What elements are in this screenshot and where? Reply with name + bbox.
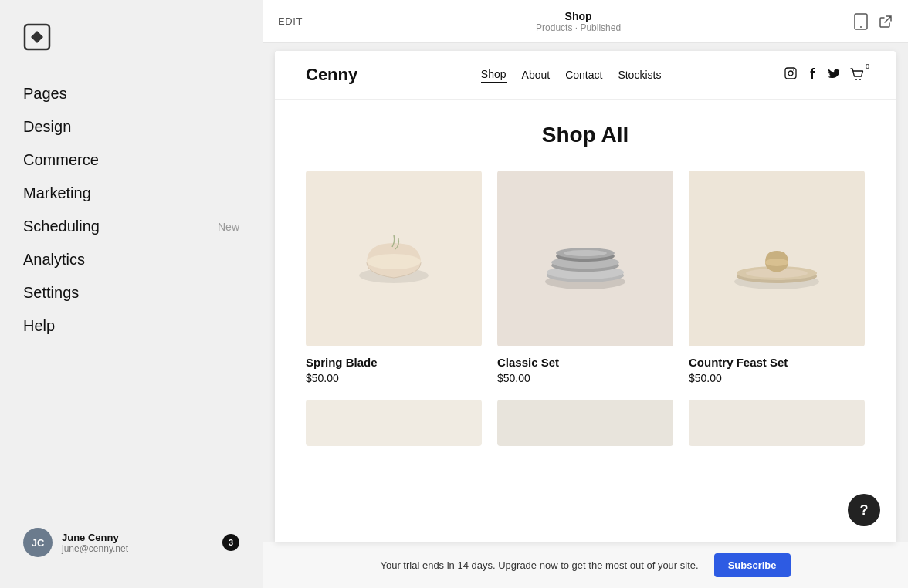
store-nav-contact[interactable]: Contact [565, 69, 602, 81]
product-name-1: Spring Blade [306, 356, 482, 369]
product-card-6[interactable] [689, 400, 865, 455]
sidebar-item-design[interactable]: Design [23, 110, 239, 144]
external-link-button[interactable] [879, 15, 893, 29]
store-nav-stockists[interactable]: Stockists [618, 69, 661, 81]
mobile-preview-button[interactable] [854, 13, 868, 30]
spring-blade-image [347, 220, 440, 297]
cart-count: 0 [866, 63, 869, 70]
product-price-1: $50.00 [306, 372, 482, 384]
shop-all-heading: Shop All [306, 123, 865, 147]
sidebar-footer: JC June Cenny june@cenny.net 3 [0, 512, 263, 573]
user-info: June Cenny june@cenny.net [62, 532, 128, 554]
classic-set-image [535, 220, 635, 297]
product-name-2: Classic Set [497, 356, 673, 369]
product-card-4[interactable] [306, 400, 482, 455]
products-grid: Spring Blade $50.00 [306, 171, 865, 455]
product-image-5 [497, 400, 673, 446]
help-button[interactable]: ? [848, 494, 880, 526]
preview-frame-wrapper: Cenny Shop About Contact Stockists [275, 51, 896, 542]
sidebar-item-marketing[interactable]: Marketing [23, 177, 239, 210]
trial-message: Your trial ends in 14 days. Upgrade now … [380, 559, 698, 571]
product-image-4 [306, 400, 482, 446]
squarespace-logo-icon [23, 23, 51, 51]
user-profile[interactable]: JC June Cenny june@cenny.net [23, 528, 128, 557]
product-image-3 [689, 171, 865, 346]
mobile-preview-icon [854, 13, 868, 30]
svg-point-5 [793, 69, 794, 71]
sidebar-item-help[interactable]: Help [23, 309, 239, 343]
sidebar: Pages Design Commerce Marketing Scheduli… [0, 0, 263, 588]
svg-rect-3 [785, 68, 796, 79]
svg-point-4 [788, 71, 793, 76]
sidebar-item-settings[interactable]: Settings [23, 276, 239, 309]
trial-bar: Your trial ends in 14 days. Upgrade now … [263, 542, 908, 588]
product-image-2 [497, 171, 673, 346]
product-price-3: $50.00 [689, 372, 865, 384]
external-link-icon [879, 15, 893, 29]
product-image-6 [689, 400, 865, 446]
svg-point-2 [860, 26, 862, 28]
page-subtitle: Products · Published [536, 22, 621, 33]
twitter-icon[interactable] [828, 67, 840, 83]
svg-point-6 [855, 79, 857, 80]
store-brand[interactable]: Cenny [306, 65, 357, 85]
sidebar-item-scheduling[interactable]: Scheduling New [23, 210, 239, 243]
store-content: Shop All [275, 100, 896, 478]
cart-icon-wrapper[interactable]: 0 [849, 67, 865, 83]
svg-point-7 [859, 79, 861, 80]
main-area: EDIT Shop Products · Published [263, 0, 908, 588]
store-nav-shop[interactable]: Shop [481, 68, 507, 83]
page-title: Shop [536, 10, 621, 22]
product-name-3: Country Feast Set [689, 356, 865, 369]
scheduling-new-badge: New [218, 221, 239, 233]
store-navbar: Cenny Shop About Contact Stockists [275, 51, 896, 100]
sidebar-item-pages[interactable]: Pages [23, 77, 239, 110]
product-card-2[interactable]: Classic Set $50.00 [497, 171, 673, 384]
store-nav-about[interactable]: About [522, 69, 551, 81]
facebook-icon[interactable] [806, 67, 818, 83]
svg-point-17 [564, 250, 607, 256]
country-feast-set-image [727, 220, 827, 297]
avatar: JC [23, 528, 53, 557]
store-nav-icons: 0 [784, 67, 865, 83]
user-email: june@cenny.net [62, 543, 128, 554]
app-logo[interactable] [0, 15, 263, 77]
product-card-1[interactable]: Spring Blade $50.00 [306, 171, 482, 384]
subscribe-button[interactable]: Subscribe [714, 553, 791, 577]
edit-label[interactable]: EDIT [278, 15, 303, 27]
cart-icon [849, 67, 865, 83]
sidebar-item-commerce[interactable]: Commerce [23, 144, 239, 177]
preview-container: Cenny Shop About Contact Stockists [263, 43, 908, 542]
svg-point-22 [765, 259, 788, 266]
store-nav-links: Shop About Contact Stockists [481, 68, 662, 83]
product-card-3[interactable]: Country Feast Set $50.00 [689, 171, 865, 384]
preview-frame[interactable]: Cenny Shop About Contact Stockists [275, 51, 896, 542]
product-price-2: $50.00 [497, 372, 673, 384]
product-card-5[interactable] [497, 400, 673, 455]
sidebar-navigation: Pages Design Commerce Marketing Scheduli… [0, 77, 263, 512]
top-bar-actions [854, 13, 893, 30]
page-info: Shop Products · Published [536, 10, 621, 33]
sidebar-item-analytics[interactable]: Analytics [23, 243, 239, 276]
instagram-icon[interactable] [784, 67, 797, 83]
top-bar: EDIT Shop Products · Published [263, 0, 908, 43]
svg-point-9 [367, 254, 421, 269]
product-image-1 [306, 171, 482, 346]
notification-badge[interactable]: 3 [222, 534, 239, 551]
user-name: June Cenny [62, 532, 128, 543]
